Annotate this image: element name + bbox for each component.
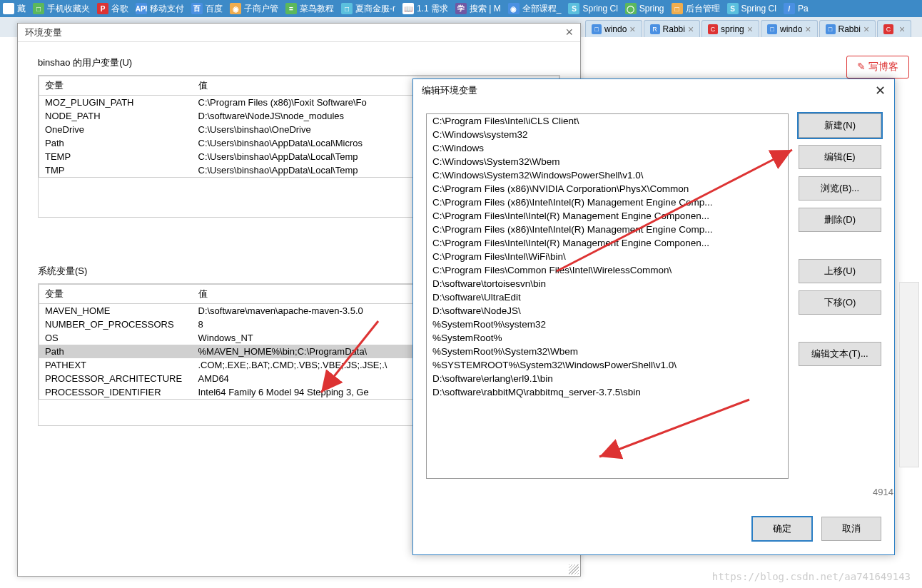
- tab-label: spring: [721, 24, 744, 34]
- tab-label: windo: [780, 24, 802, 34]
- bookmark-bar: 藏□手机收藏夹P谷歌API移动支付百百度◉子商户管=菜鸟教程□夏商金服-r📖1.…: [0, 0, 922, 17]
- bookmark-item[interactable]: SSpring Cl: [568, 3, 617, 14]
- list-item[interactable]: C:\Program Files (x86)\Intel\Intel(R) Ma…: [427, 223, 788, 236]
- browse-button[interactable]: 浏览(B)...: [799, 176, 881, 201]
- tab-close-icon[interactable]: ×: [688, 24, 694, 35]
- bookmark-item[interactable]: /Pa: [784, 3, 809, 14]
- bookmark-icon: 百: [191, 3, 203, 14]
- edit-button[interactable]: 编辑(E): [799, 145, 881, 169]
- close-icon[interactable]: ✕: [875, 83, 886, 98]
- bookmark-icon: 学: [455, 3, 467, 14]
- bookmark-icon: S: [727, 3, 739, 14]
- delete-button[interactable]: 删除(D): [799, 208, 881, 232]
- list-item[interactable]: C:\Program Files (x86)\NVIDIA Corporatio…: [427, 182, 788, 196]
- list-item[interactable]: D:\software\UltraEdit: [427, 290, 788, 304]
- list-item[interactable]: C:\Program Files\Intel\iCLS Client\: [427, 114, 788, 128]
- bookmark-item[interactable]: □后台管理: [672, 3, 720, 15]
- bookmark-item[interactable]: 学搜索 | M: [455, 3, 501, 15]
- bookmark-icon: ◉: [508, 3, 520, 14]
- col-var: 变量: [39, 76, 193, 96]
- bookmark-item[interactable]: 📖1.1 需求: [402, 3, 448, 15]
- bookmark-item[interactable]: ◉子商户管: [230, 3, 278, 15]
- scrollbar[interactable]: [899, 282, 919, 467]
- write-blog-button[interactable]: ✎ 写博客: [846, 56, 909, 78]
- list-item[interactable]: C:\Windows\system32: [427, 128, 788, 141]
- list-item[interactable]: D:\software\erlang\erl9.1\bin: [427, 372, 788, 385]
- new-button[interactable]: 新建(N): [799, 113, 881, 138]
- bookmark-item[interactable]: =菜鸟教程: [285, 3, 334, 15]
- dialog-title: 环境变量: [25, 26, 62, 39]
- ok-button[interactable]: 确定: [751, 516, 813, 542]
- tab-label: Rabbi: [839, 24, 861, 34]
- bookmark-item[interactable]: P谷歌: [97, 3, 128, 15]
- tab-favicon-icon: R: [650, 24, 660, 34]
- var-name: PROCESSOR_IDENTIFIER: [39, 385, 193, 400]
- dialog-title: 编辑环境变量: [422, 84, 477, 97]
- col-var: 变量: [39, 285, 193, 304]
- list-item[interactable]: %SystemRoot%\System32\Wbem: [427, 345, 788, 358]
- bookmark-icon: S: [568, 3, 579, 14]
- list-item[interactable]: C:\Program Files\Intel\WiFi\bin\: [427, 250, 788, 263]
- bookmark-label: 手机收藏夹: [47, 3, 90, 15]
- browser-tab[interactable]: □windo×: [585, 20, 642, 37]
- list-item[interactable]: C:\Program Files\Common Files\Intel\Wire…: [427, 263, 788, 277]
- list-item[interactable]: %SYSTEMROOT%\System32\WindowsPowerShell\…: [427, 358, 788, 372]
- bookmark-label: Spring Cl: [582, 4, 617, 14]
- list-item[interactable]: D:\software\rabbitMQ\rabbitmq_server-3.7…: [427, 385, 788, 399]
- browser-tab[interactable]: C×: [877, 20, 911, 37]
- list-item[interactable]: %SystemRoot%: [427, 331, 788, 345]
- move-up-button[interactable]: 上移(U): [799, 259, 881, 283]
- browser-tab[interactable]: Cspring×: [701, 20, 759, 37]
- move-down-button[interactable]: 下移(O): [799, 290, 881, 315]
- close-icon[interactable]: ×: [565, 25, 573, 40]
- bookmark-label: 全部课程_: [522, 3, 562, 15]
- list-item[interactable]: D:\software\NodeJS\: [427, 304, 788, 318]
- list-item[interactable]: C:\Program Files\Intel\Intel(R) Manageme…: [427, 236, 788, 250]
- bookmark-icon: □: [341, 3, 353, 14]
- bookmark-item[interactable]: □手机收藏夹: [33, 3, 90, 15]
- browser-tab[interactable]: □Rabbi×: [819, 20, 876, 37]
- bookmark-item[interactable]: API移动支付: [136, 3, 184, 15]
- tab-close-icon[interactable]: ×: [805, 24, 811, 35]
- bookmark-icon: ◯: [625, 3, 637, 14]
- tab-label: Rabbi: [663, 24, 685, 34]
- bookmark-item[interactable]: 百百度: [191, 3, 223, 15]
- bookmark-item[interactable]: ◯Spring: [625, 3, 664, 14]
- bookmark-label: 移动支付: [150, 3, 184, 15]
- user-vars-title: binshao 的用户变量(U): [38, 56, 560, 69]
- dialog-title-bar: 编辑环境变量 ✕: [413, 79, 894, 102]
- tab-favicon-icon: C: [883, 24, 893, 34]
- tab-favicon-icon: □: [826, 24, 836, 34]
- resize-grip-icon[interactable]: [569, 564, 579, 574]
- var-name: PROCESSOR_ARCHITECTURE: [39, 372, 193, 385]
- browser-tab[interactable]: □windo×: [761, 20, 818, 37]
- path-list[interactable]: C:\Program Files\Intel\iCLS Client\C:\Wi…: [426, 113, 789, 479]
- bookmark-item[interactable]: □夏商金服-r: [341, 3, 395, 15]
- browser-tab[interactable]: RRabbi×: [644, 20, 701, 37]
- edit-text-button[interactable]: 编辑文本(T)...: [799, 342, 881, 366]
- bookmark-label: Spring Cl: [741, 4, 776, 14]
- list-item[interactable]: C:\Windows: [427, 141, 788, 155]
- tab-close-icon[interactable]: ×: [899, 24, 905, 35]
- cancel-button[interactable]: 取消: [821, 517, 881, 541]
- bookmark-label: 谷歌: [111, 3, 128, 15]
- tab-close-icon[interactable]: ×: [629, 24, 635, 35]
- list-item[interactable]: C:\Program Files (x86)\Intel\Intel(R) Ma…: [427, 196, 788, 209]
- var-name: TMP: [39, 163, 193, 178]
- tab-close-icon[interactable]: ×: [747, 24, 753, 35]
- bookmark-icon: P: [97, 3, 108, 14]
- bg-number: 4914: [873, 487, 893, 497]
- bookmark-item[interactable]: 藏: [3, 3, 26, 15]
- list-item[interactable]: %SystemRoot%\system32: [427, 318, 788, 331]
- bookmark-item[interactable]: ◉全部课程_: [508, 3, 562, 15]
- bookmark-label: 夏商金服-r: [355, 3, 395, 15]
- list-item[interactable]: C:\Windows\System32\Wbem: [427, 155, 788, 168]
- bookmark-item[interactable]: SSpring Cl: [727, 3, 776, 14]
- tab-close-icon[interactable]: ×: [863, 24, 869, 35]
- bookmark-label: 百度: [206, 3, 223, 15]
- var-name: OS: [39, 331, 193, 345]
- bookmark-label: 搜索 | M: [470, 3, 501, 15]
- list-item[interactable]: C:\Program Files\Intel\Intel(R) Manageme…: [427, 209, 788, 223]
- list-item[interactable]: D:\software\tortoisesvn\bin: [427, 277, 788, 290]
- list-item[interactable]: C:\Windows\System32\WindowsPowerShell\v1…: [427, 168, 788, 182]
